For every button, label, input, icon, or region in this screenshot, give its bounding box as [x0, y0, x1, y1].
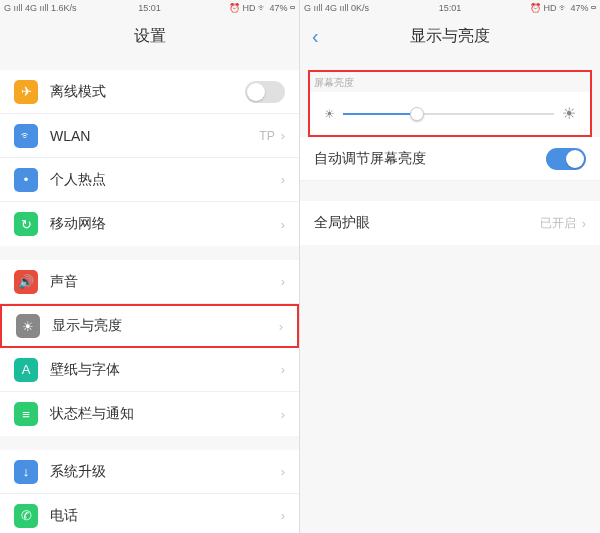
status-time: 15:01: [138, 3, 161, 13]
row-label: 移动网络: [50, 215, 281, 233]
row-label: 状态栏与通知: [50, 405, 281, 423]
status-bar: G ııll 4G ııll 0K/s 15:01 ⏰ HD ᯤ 47% ▭: [300, 0, 600, 16]
auto-brightness-row: 自动调节屏幕亮度: [300, 137, 600, 181]
brightness-slider[interactable]: [343, 113, 554, 115]
settings-row-状态栏与通知[interactable]: ≡状态栏与通知›: [0, 392, 299, 436]
auto-brightness-toggle[interactable]: [546, 148, 586, 170]
settings-row-个人热点[interactable]: •个人热点›: [0, 158, 299, 202]
eye-protect-row[interactable]: 全局护眼 已开启 ›: [300, 201, 600, 245]
row-icon: ✆: [14, 504, 38, 528]
status-right: ⏰ HD ᯤ 47% ▭: [530, 3, 596, 13]
settings-row-WLAN[interactable]: ᯤWLANTP›: [0, 114, 299, 158]
display-brightness-screen: G ııll 4G ııll 0K/s 15:01 ⏰ HD ᯤ 47% ▭ ‹…: [300, 0, 600, 533]
status-right: ⏰ HD ᯤ 47% ▭: [229, 3, 295, 13]
row-label: 壁纸与字体: [50, 361, 281, 379]
chevron-right-icon: ›: [281, 217, 285, 232]
brightness-high-icon: ☀: [562, 104, 576, 123]
row-label: 系统升级: [50, 463, 281, 481]
settings-row-显示与亮度[interactable]: ☀显示与亮度›: [0, 304, 299, 348]
row-icon: 🔊: [14, 270, 38, 294]
back-button[interactable]: ‹: [312, 25, 319, 48]
row-icon: A: [14, 358, 38, 382]
status-signal: G ııll 4G ııll 1.6K/s: [4, 3, 77, 13]
page-title: 显示与亮度: [410, 26, 490, 47]
row-icon: ☀: [16, 314, 40, 338]
row-icon: ↓: [14, 460, 38, 484]
row-label: 电话: [50, 507, 281, 525]
settings-row-系统升级[interactable]: ↓系统升级›: [0, 450, 299, 494]
row-icon: ✈: [14, 80, 38, 104]
row-icon: ↻: [14, 212, 38, 236]
settings-row-电话[interactable]: ✆电话›: [0, 494, 299, 533]
settings-row-离线模式[interactable]: ✈离线模式: [0, 70, 299, 114]
row-icon: ≡: [14, 402, 38, 426]
chevron-right-icon: ›: [281, 172, 285, 187]
auto-brightness-label: 自动调节屏幕亮度: [314, 150, 546, 168]
row-icon: ᯤ: [14, 124, 38, 148]
brightness-slider-row: ☀ ☀: [310, 92, 590, 135]
chevron-right-icon: ›: [281, 508, 285, 523]
chevron-right-icon: ›: [281, 128, 285, 143]
eye-protect-label: 全局护眼: [314, 214, 540, 232]
settings-row-声音[interactable]: 🔊声音›: [0, 260, 299, 304]
settings-row-移动网络[interactable]: ↻移动网络›: [0, 202, 299, 246]
chevron-right-icon: ›: [582, 216, 586, 231]
title-bar: ‹ 显示与亮度: [300, 16, 600, 56]
chevron-right-icon: ›: [279, 319, 283, 334]
row-label: 显示与亮度: [52, 317, 279, 335]
row-label: WLAN: [50, 128, 259, 144]
page-title: 设置: [134, 26, 166, 47]
row-label: 个人热点: [50, 171, 281, 189]
row-label: 离线模式: [50, 83, 245, 101]
brightness-label: 屏幕亮度: [310, 72, 590, 92]
eye-protect-detail: 已开启: [540, 215, 576, 232]
row-icon: •: [14, 168, 38, 192]
row-detail: TP: [259, 129, 274, 143]
status-time: 15:01: [439, 3, 462, 13]
title-bar: 设置: [0, 16, 299, 56]
chevron-right-icon: ›: [281, 407, 285, 422]
status-signal: G ııll 4G ııll 0K/s: [304, 3, 369, 13]
brightness-low-icon: ☀: [324, 107, 335, 121]
chevron-right-icon: ›: [281, 362, 285, 377]
toggle[interactable]: [245, 81, 285, 103]
brightness-section: 屏幕亮度 ☀ ☀: [308, 70, 592, 137]
status-bar: G ııll 4G ııll 1.6K/s 15:01 ⏰ HD ᯤ 47% ▭: [0, 0, 299, 16]
row-label: 声音: [50, 273, 281, 291]
settings-row-壁纸与字体[interactable]: A壁纸与字体›: [0, 348, 299, 392]
settings-screen: G ııll 4G ııll 1.6K/s 15:01 ⏰ HD ᯤ 47% ▭…: [0, 0, 300, 533]
chevron-right-icon: ›: [281, 464, 285, 479]
chevron-right-icon: ›: [281, 274, 285, 289]
